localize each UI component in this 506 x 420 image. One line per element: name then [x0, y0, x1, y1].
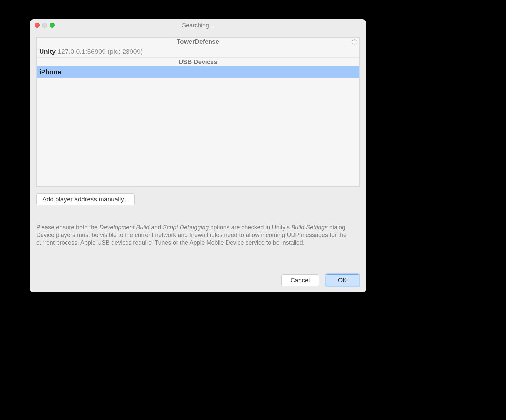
svg-rect-3	[356, 42, 357, 42]
spinner-icon	[351, 39, 357, 45]
cancel-button[interactable]: Cancel	[281, 274, 319, 286]
svg-rect-0	[354, 39, 355, 41]
players-list: TowerDefense Unity 127.0.0.1:56909 (pid:…	[36, 37, 360, 187]
usb-device-name: iPhone	[39, 68, 61, 76]
help-em-scriptdebug: Script Debugging	[163, 224, 209, 231]
titlebar: Searching...	[30, 19, 366, 31]
zoom-icon[interactable]	[50, 23, 55, 28]
help-text-part: Please ensure both the	[36, 224, 99, 231]
svg-rect-5	[355, 40, 357, 41]
help-text-part: and	[149, 224, 163, 231]
window-title: Searching...	[30, 22, 366, 29]
svg-rect-2	[352, 42, 353, 42]
dialog-footer: Cancel OK	[281, 274, 359, 286]
svg-rect-1	[354, 44, 355, 45]
player-address: 127.0.0.1:56909 (pid: 23909)	[58, 48, 143, 55]
minimize-icon	[42, 23, 47, 28]
section-header-usb: USB Devices	[37, 58, 359, 66]
add-player-button[interactable]: Add player address manually...	[36, 193, 135, 205]
close-icon[interactable]	[35, 23, 40, 28]
section-header-project: TowerDefense	[37, 38, 359, 46]
player-row-iphone[interactable]: iPhone	[37, 66, 359, 78]
svg-rect-6	[352, 43, 353, 44]
svg-rect-4	[352, 40, 353, 41]
help-text-part: options are checked in Unity's	[209, 224, 291, 231]
ok-button[interactable]: OK	[326, 274, 359, 286]
help-em-buildsettings: Build Settings	[291, 224, 328, 231]
help-em-devbuild: Development Build	[99, 224, 149, 231]
player-process-name: Unity	[39, 48, 56, 55]
window-controls	[30, 23, 55, 28]
help-text: Please ensure both the Development Build…	[36, 224, 360, 247]
player-row-unity[interactable]: Unity 127.0.0.1:56909 (pid: 23909)	[37, 46, 359, 58]
svg-rect-7	[355, 43, 357, 44]
dialog-window: Searching... TowerDefense Unity 127.0.0.…	[30, 19, 366, 292]
